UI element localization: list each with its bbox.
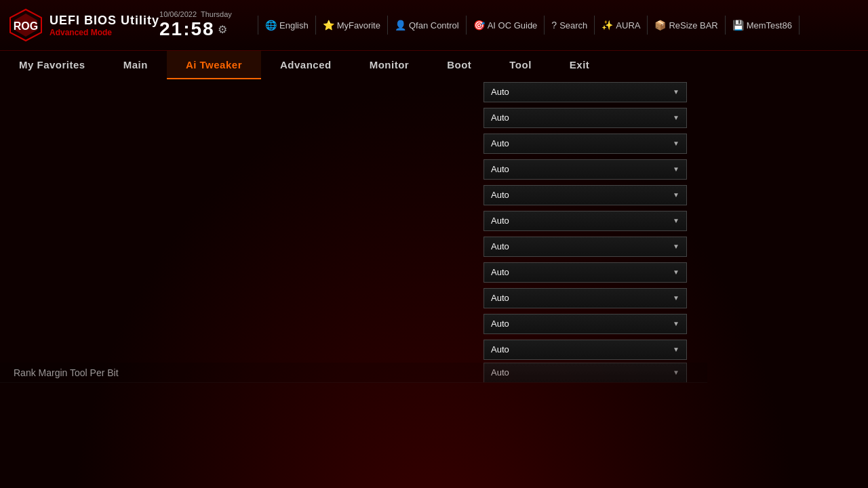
nav-ai-oc[interactable]: 🎯 AI OC Guide: [467, 16, 545, 35]
tab-exit[interactable]: Exit: [551, 51, 609, 78]
setting-value: Auto ▼: [484, 185, 694, 205]
setting-value: Auto ▼: [484, 134, 694, 154]
dropdown-rank-margin[interactable]: Auto ▼: [484, 363, 687, 383]
star-icon: ⭐: [323, 20, 334, 30]
setting-name: Rank Margin Tool Per Bit: [14, 367, 484, 378]
nav-resize-bar[interactable]: 📦 ReSize BAR: [648, 16, 725, 35]
tab-ai-tweaker[interactable]: Ai Tweaker: [167, 51, 261, 78]
nav-memtest[interactable]: 💾 MemTest86: [726, 16, 800, 35]
tab-main[interactable]: Main: [104, 51, 167, 78]
setting-value: Auto ▼: [484, 340, 694, 360]
tab-advanced[interactable]: Advanced: [261, 51, 351, 78]
header: ROG UEFI BIOS Utility Advanced Mode 10/0…: [0, 0, 868, 51]
time-text: 21:58: [159, 18, 215, 40]
setting-row-rank-margin: Rank Margin Tool Per Bit Auto ▼: [0, 363, 707, 383]
chevron-down-icon: ▼: [673, 165, 679, 173]
bios-title: UEFI BIOS Utility: [50, 14, 159, 28]
nav-myfavorite[interactable]: ⭐ MyFavorite: [316, 16, 388, 35]
chevron-down-icon: ▼: [673, 140, 679, 147]
dropdown-dimm-ca[interactable]: Auto ▼: [484, 237, 687, 257]
chevron-down-icon: ▼: [673, 88, 679, 96]
chevron-down-icon: ▼: [673, 320, 679, 327]
tab-monitor[interactable]: Monitor: [351, 51, 428, 78]
gear-icon[interactable]: ⚙: [218, 23, 227, 36]
nav-search[interactable]: ? Search: [545, 16, 595, 35]
svg-text:ROG: ROG: [13, 20, 37, 32]
memory-icon: 💾: [732, 20, 744, 30]
chevron-down-icon: ▼: [673, 217, 679, 224]
setting-value: Auto ▼: [484, 211, 694, 231]
globe-icon: 🌐: [265, 20, 277, 30]
chevron-down-icon: ▼: [673, 191, 679, 199]
bios-subtitle: Advanced Mode: [50, 28, 159, 37]
dropdown-read-voltage[interactable]: Auto ▼: [484, 82, 687, 102]
dropdown-clktco[interactable]: Auto ▼: [484, 134, 687, 154]
dropdown-vccdll[interactable]: Auto ▼: [484, 185, 687, 205]
setting-value: Auto ▼: [484, 82, 694, 102]
logo-area: ROG UEFI BIOS Utility Advanced Mode: [7, 7, 159, 44]
nav-aura[interactable]: ✨ AURA: [595, 16, 648, 35]
dropdown-txdqstco[interactable]: Auto ▼: [484, 159, 687, 180]
chevron-down-icon: ▼: [673, 268, 679, 276]
tab-tool[interactable]: Tool: [490, 51, 551, 78]
setting-value: Auto ▼: [484, 237, 694, 257]
dropdown-panicvtt[interactable]: Auto ▼: [484, 262, 687, 283]
dropdown-cmd-ctl[interactable]: Auto ▼: [484, 211, 687, 231]
nav-english[interactable]: 🌐 English: [258, 16, 316, 35]
resize-icon: 📦: [654, 20, 666, 30]
setting-value: Auto ▼: [484, 159, 694, 180]
dropdown-read-vref[interactable]: Auto ▼: [484, 288, 687, 308]
chevron-down-icon: ▼: [673, 243, 679, 250]
fan-icon: 👤: [395, 20, 406, 30]
setting-value: Auto ▼: [484, 108, 694, 128]
tab-favorites[interactable]: My Favorites: [0, 51, 104, 78]
aura-icon: ✨: [601, 20, 613, 30]
question-icon: ?: [551, 20, 557, 30]
chevron-down-icon: ▼: [673, 294, 679, 302]
title-area: UEFI BIOS Utility Advanced Mode: [50, 14, 159, 37]
chevron-down-icon: ▼: [673, 369, 679, 376]
header-nav: 🌐 English ⭐ MyFavorite 👤 Qfan Control 🎯 …: [258, 16, 861, 35]
dropdown-duty-cycle[interactable]: Auto ▼: [484, 340, 687, 360]
datetime-area: 10/06/2022 Thursday 21:58 ⚙: [159, 10, 248, 40]
tab-boot[interactable]: Boot: [428, 51, 490, 78]
date-text: 10/06/2022 Thursday: [159, 10, 232, 18]
rog-logo: ROG: [7, 7, 44, 44]
chevron-down-icon: ▼: [673, 346, 679, 353]
dropdown-txdqtco[interactable]: Auto ▼: [484, 108, 687, 128]
setting-value: Auto ▼: [484, 314, 694, 334]
setting-value: Auto ▼: [484, 288, 694, 308]
setting-value: Auto ▼: [484, 363, 694, 383]
dropdown-vddq[interactable]: Auto ▼: [484, 314, 687, 334]
ai-icon: 🎯: [473, 20, 485, 30]
chevron-down-icon: ▼: [673, 114, 679, 121]
nav-qfan[interactable]: 👤 Qfan Control: [388, 16, 467, 35]
time-area: 21:58 ⚙: [159, 18, 227, 40]
setting-value: Auto ▼: [484, 262, 694, 283]
